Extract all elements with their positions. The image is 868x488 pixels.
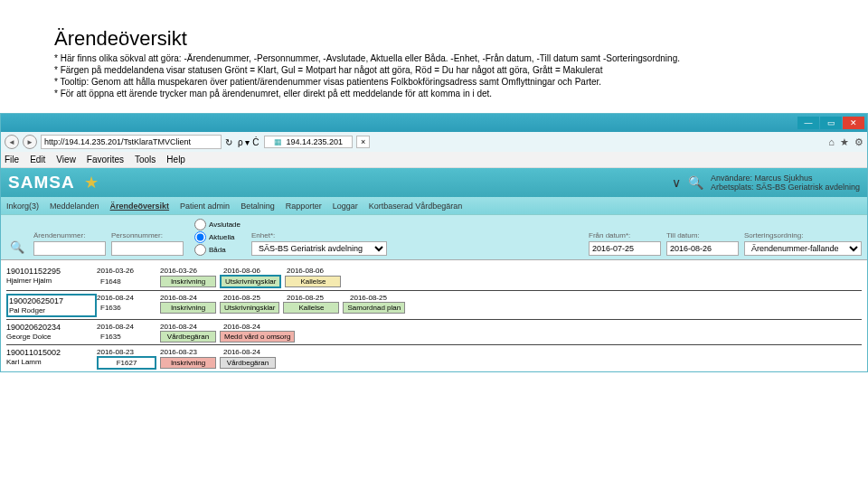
- step-date: 2016-08-24: [223, 348, 283, 356]
- window-minimize-button[interactable]: —: [797, 117, 819, 129]
- case-row: 190011015002Karl Lamm2016-08-232016-08-2…: [6, 345, 862, 371]
- step-date: 2016-08-24: [223, 323, 283, 331]
- forward-button[interactable]: ►: [23, 135, 37, 149]
- till-datum-input[interactable]: [666, 241, 739, 256]
- menu-view[interactable]: View: [56, 155, 76, 164]
- browser-window: — ▭ ✕ ◄ ► ↻ ρ ▾ Ċ ▦ 194.14.235.201 × ⌂ ★…: [0, 113, 868, 372]
- case-row: 190101152295Hjalmer Hjalm2016-03-262016-…: [6, 264, 862, 291]
- filter-bar: 🔍 Ärendenummer: Personnummer: Avslutade …: [1, 215, 867, 260]
- status-tag[interactable]: Vårdbegäran: [160, 331, 216, 343]
- brand-logo: SAMSA: [8, 173, 75, 192]
- case-grid: 190101152295Hjalmer Hjalm2016-03-262016-…: [1, 260, 867, 371]
- step-date: 2016-03-26: [97, 267, 156, 275]
- url-input[interactable]: [41, 135, 222, 149]
- tab-favicon: ▦: [274, 137, 282, 146]
- step-date: 2016-08-24: [97, 294, 156, 302]
- enhet-select[interactable]: SÄS-BS Geriatrisk avdelning: [251, 241, 387, 256]
- status-tag[interactable]: Inskrivning: [160, 357, 216, 369]
- mainmenu-item[interactable]: Meddelanden: [50, 202, 99, 211]
- menu-help[interactable]: Help: [166, 155, 185, 164]
- step-date: 2016-08-24: [97, 323, 156, 331]
- status-tag[interactable]: Kallelse: [285, 276, 341, 287]
- mainmenu-item[interactable]: Rapporter: [286, 202, 322, 211]
- case-row: 190020625017Pal Rodger2016-08-242016-08-…: [6, 291, 862, 320]
- step-date: 2016-08-24: [160, 294, 220, 302]
- case-fnumber[interactable]: F1648: [97, 277, 156, 286]
- case-id[interactable]: 190020625017Pal Rodger: [6, 294, 97, 317]
- favorites-icon[interactable]: ★: [840, 136, 849, 148]
- user-info: Användare: Marcus Sjukhus Arbetsplats: S…: [711, 174, 860, 192]
- new-tab-button[interactable]: ×: [356, 136, 370, 148]
- case-row: 190020620234George Dolce2016-08-242016-0…: [6, 320, 862, 345]
- fran-datum-input[interactable]: [589, 241, 661, 256]
- status-radio[interactable]: Avslutade: [194, 219, 241, 230]
- address-bar: ◄ ► ↻ ρ ▾ Ċ ▦ 194.14.235.201 × ⌂ ★ ⚙: [1, 132, 867, 152]
- window-titlebar: — ▭ ✕: [1, 114, 867, 132]
- search-icon[interactable]: 🔍: [688, 175, 703, 190]
- main-menu: Inkorg(3)MeddelandenÄrendeöversiktPatien…: [1, 197, 867, 215]
- step-date: 2016-08-06: [287, 267, 346, 275]
- status-radio-group: Avslutade Aktuella Båda: [189, 219, 246, 256]
- mainmenu-item[interactable]: Ärendeöversikt: [110, 202, 170, 211]
- menu-tools[interactable]: Tools: [135, 155, 156, 164]
- step-date: 2016-08-06: [223, 267, 283, 275]
- settings-icon[interactable]: ⚙: [854, 136, 863, 148]
- back-button[interactable]: ◄: [5, 135, 19, 149]
- window-close-button[interactable]: ✕: [843, 117, 864, 129]
- status-tag[interactable]: Inskrivning: [160, 276, 216, 287]
- status-tag[interactable]: Utskrivningsklar: [220, 302, 279, 314]
- step-date: 2016-08-25: [223, 294, 283, 302]
- status-tag[interactable]: Medd vård o omsorg: [220, 331, 295, 343]
- step-date: 2016-08-24: [160, 323, 220, 331]
- refresh-icon[interactable]: ↻: [225, 137, 232, 147]
- star-icon[interactable]: ★: [84, 173, 99, 192]
- intro-text: * Här finns olika sökval att göra: -Ären…: [54, 52, 868, 99]
- mainmenu-item[interactable]: Inkorg(3): [6, 202, 39, 211]
- mainmenu-item[interactable]: Kortbaserad Vårdbegäran: [369, 202, 463, 211]
- mainmenu-item[interactable]: Loggar: [333, 202, 358, 211]
- arendenummer-input[interactable]: [33, 241, 106, 256]
- case-id[interactable]: 190011015002Karl Lamm: [6, 348, 97, 366]
- mainmenu-item[interactable]: Betalning: [241, 202, 275, 211]
- status-radio[interactable]: Båda: [194, 244, 241, 256]
- status-tag[interactable]: Kallelse: [283, 302, 339, 314]
- chevron-down-icon[interactable]: ∨: [672, 175, 681, 190]
- home-icon[interactable]: ⌂: [828, 136, 835, 148]
- browser-menubar: File Edit View Favorites Tools Help: [1, 152, 867, 168]
- page-title: Ärendeöversikt: [54, 27, 868, 51]
- case-fnumber[interactable]: F1627: [97, 356, 156, 370]
- step-date: 2016-08-23: [97, 348, 156, 356]
- step-date: 2016-08-25: [350, 294, 410, 302]
- case-fnumber[interactable]: F1636: [97, 304, 156, 312]
- menu-favorites[interactable]: Favorites: [87, 155, 124, 164]
- mainmenu-item[interactable]: Patient admin: [180, 202, 230, 211]
- status-tag[interactable]: Inskrivning: [160, 302, 216, 314]
- status-tag[interactable]: Utskrivningsklar: [220, 275, 281, 288]
- personnummer-input[interactable]: [111, 241, 184, 256]
- menu-file[interactable]: File: [5, 155, 19, 164]
- case-fnumber[interactable]: F1635: [97, 333, 156, 341]
- search-icon[interactable]: 🔍: [6, 239, 28, 256]
- app-header: SAMSA ★ ∨ 🔍 Användare: Marcus Sjukhus Ar…: [1, 168, 867, 197]
- browser-tab[interactable]: ▦ 194.14.235.201: [264, 136, 353, 148]
- status-tag[interactable]: Samordnad plan: [343, 302, 405, 314]
- menu-edit[interactable]: Edit: [30, 155, 45, 164]
- case-id[interactable]: 190101152295Hjalmer Hjalm: [6, 267, 97, 285]
- step-date: 2016-08-25: [287, 294, 346, 302]
- status-radio[interactable]: Aktuella: [194, 231, 241, 243]
- case-id[interactable]: 190020620234George Dolce: [6, 323, 97, 341]
- sort-select[interactable]: Ärendenummer-fallande: [744, 241, 862, 256]
- window-maximize-button[interactable]: ▭: [820, 117, 842, 129]
- step-date: 2016-03-26: [160, 267, 220, 275]
- step-date: 2016-08-23: [160, 348, 220, 356]
- status-tag[interactable]: Vårdbegäran: [220, 357, 276, 369]
